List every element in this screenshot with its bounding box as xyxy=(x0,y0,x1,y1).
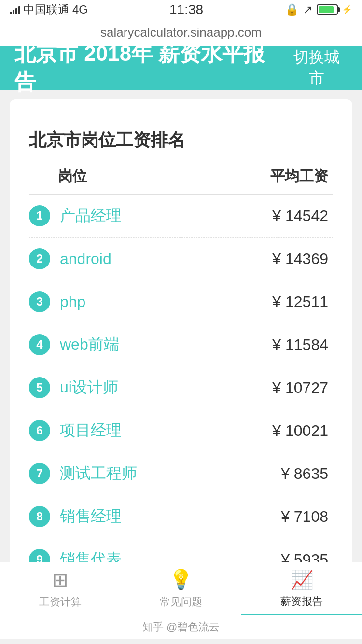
row-salary: ¥ 14542 xyxy=(272,207,328,225)
url-text: salarycalculator.sinaapp.com xyxy=(100,25,262,40)
nav-label-faq: 常见问题 xyxy=(160,595,202,609)
rank-badge: 7 xyxy=(29,463,50,484)
row-position: web前端 xyxy=(60,334,119,355)
row-position: 产品经理 xyxy=(60,205,122,226)
network-label: 4G xyxy=(72,3,88,16)
row-left: 7 测试工程师 xyxy=(29,463,137,484)
row-position: ui设计师 xyxy=(60,377,118,398)
rank-badge: 5 xyxy=(29,377,50,398)
table-row[interactable]: 6 项目经理 ¥ 10021 xyxy=(29,409,333,452)
location-icon: ↗ xyxy=(303,3,313,16)
calculator-icon: ⊞ xyxy=(52,569,69,591)
salary-rank-card: 北京市岗位工资排名 岗位 平均工资 1 产品经理 ¥ 14542 2 andro… xyxy=(10,114,352,638)
rank-badge: 4 xyxy=(29,334,50,355)
table-header: 岗位 平均工资 xyxy=(29,167,333,195)
battery-icon xyxy=(317,4,338,15)
row-salary: ¥ 7108 xyxy=(281,508,328,526)
table-row[interactable]: 7 测试工程师 ¥ 8635 xyxy=(29,452,333,495)
row-salary: ¥ 14369 xyxy=(272,250,328,268)
signal-icon xyxy=(10,5,20,14)
row-position: php xyxy=(60,293,85,311)
chart-icon: 📈 xyxy=(291,569,313,590)
page-title: 北京市 2018年 薪资水平报告 xyxy=(14,40,286,97)
salary-table: 1 产品经理 ¥ 14542 2 android ¥ 14369 3 php ¥… xyxy=(29,195,333,624)
row-position: 项目经理 xyxy=(60,420,122,441)
card-top-partial xyxy=(10,99,352,114)
table-row[interactable]: 5 ui设计师 ¥ 10727 xyxy=(29,366,333,409)
attribution-text: 知乎 @碧色流云 xyxy=(142,620,220,634)
rank-badge: 8 xyxy=(29,506,50,527)
row-left: 5 ui设计师 xyxy=(29,377,118,398)
lightbulb-icon: 💡 xyxy=(169,568,193,591)
table-row[interactable]: 1 产品经理 ¥ 14542 xyxy=(29,195,333,238)
row-left: 3 php xyxy=(29,291,85,312)
row-left: 4 web前端 xyxy=(29,334,119,355)
row-salary: ¥ 10727 xyxy=(272,379,328,397)
nav-item-salary-report[interactable]: 📈 薪资报告 xyxy=(241,562,362,615)
page-header: 北京市 2018年 薪资水平报告 切换城市 xyxy=(0,46,362,90)
rank-badge: 3 xyxy=(29,291,50,312)
row-left: 2 android xyxy=(29,248,111,269)
nav-label-salary-calc: 工资计算 xyxy=(39,595,82,609)
row-salary: ¥ 8635 xyxy=(281,465,328,483)
table-row[interactable]: 4 web前端 ¥ 11584 xyxy=(29,323,333,366)
time-label: 11:38 xyxy=(169,2,203,17)
table-row[interactable]: 2 android ¥ 14369 xyxy=(29,238,333,280)
rank-badge: 1 xyxy=(29,205,50,226)
charging-icon: ⚡ xyxy=(342,4,352,15)
status-right: 🔒 ↗ ⚡ xyxy=(285,3,352,16)
row-left: 6 项目经理 xyxy=(29,420,122,441)
row-salary: ¥ 10021 xyxy=(272,422,328,440)
status-left: 中国联通 4G xyxy=(10,2,88,17)
table-row[interactable]: 8 销售经理 ¥ 7108 xyxy=(29,495,333,538)
card-heading: 北京市岗位工资排名 xyxy=(29,128,333,152)
carrier-label: 中国联通 xyxy=(23,2,70,17)
rank-badge: 6 xyxy=(29,420,50,441)
row-left: 1 产品经理 xyxy=(29,205,122,226)
row-salary: ¥ 11584 xyxy=(272,336,328,354)
row-position: 销售经理 xyxy=(60,506,122,527)
col-position-header: 岗位 xyxy=(58,167,87,186)
table-row[interactable]: 3 php ¥ 12511 xyxy=(29,280,333,323)
nav-label-salary-report: 薪资报告 xyxy=(280,594,323,609)
rank-badge: 2 xyxy=(29,248,50,269)
status-bar: 中国联通 4G 11:38 🔒 ↗ ⚡ xyxy=(0,0,362,19)
col-salary-header: 平均工资 xyxy=(270,167,328,186)
bottom-nav: ⊞ 工资计算 💡 常见问题 📈 薪资报告 xyxy=(0,562,362,615)
row-salary: ¥ 12511 xyxy=(272,293,328,311)
switch-city-button[interactable]: 切换城市 xyxy=(286,47,348,89)
nav-item-faq[interactable]: 💡 常见问题 xyxy=(121,562,241,615)
row-left: 8 销售经理 xyxy=(29,506,122,527)
footer-attribution: 知乎 @碧色流云 xyxy=(0,615,362,639)
nav-item-salary-calc[interactable]: ⊞ 工资计算 xyxy=(0,562,121,615)
row-position: android xyxy=(60,250,111,268)
lock-icon: 🔒 xyxy=(285,3,299,16)
row-position: 测试工程师 xyxy=(60,463,137,484)
